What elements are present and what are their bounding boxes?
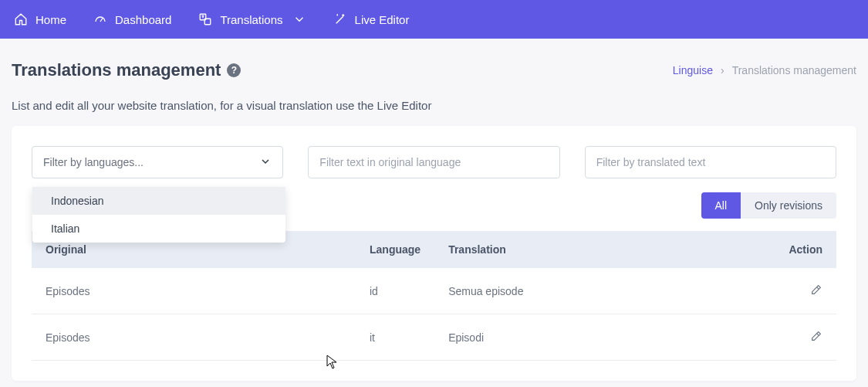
nav-home[interactable]: Home [14,12,66,26]
dropdown-item-indonesian[interactable]: Indonesian [32,187,285,215]
cell-translation: Episodi [434,314,775,361]
filters-card: Filter by languages... Indonesian Italia… [12,126,856,381]
table-row: Episodes it Episodi [32,314,836,361]
home-icon [14,12,28,26]
translate-icon [198,12,212,26]
th-translation: Translation [434,231,775,268]
cell-language: it [356,314,434,361]
toggle-group: All Only revisions [701,192,836,219]
cell-original: Episodes [32,314,356,361]
th-action: Action [775,231,836,268]
magic-wand-icon [333,12,347,26]
help-icon[interactable]: ? [227,63,241,77]
table-row: Episodes id Semua episode [32,268,836,314]
filters-row: Filter by languages... Indonesian Italia… [32,146,836,178]
top-nav: Home Dashboard Translations Live Editor [0,0,868,39]
nav-live-editor[interactable]: Live Editor [333,12,410,26]
page-header: Translations management ? Linguise › Tra… [0,39,868,88]
toggle-all[interactable]: All [701,192,741,219]
breadcrumb: Linguise › Translations management [673,64,856,76]
nav-translations-label: Translations [220,13,282,26]
cell-translation: Semua episode [434,268,775,314]
filter-language-select[interactable]: Filter by languages... Indonesian Italia… [32,146,283,178]
edit-button[interactable] [810,332,822,345]
nav-translations[interactable]: Translations [198,12,306,26]
edit-button[interactable] [810,286,822,298]
th-language: Language [356,231,434,268]
cell-original: Episodes [32,268,356,314]
dashboard-icon [93,12,107,26]
filter-original-input[interactable] [308,146,559,178]
translations-table: Original Language Translation Action Epi… [32,231,836,361]
language-dropdown: Indonesian Italian [32,187,285,243]
cell-language: id [356,268,434,314]
page-title: Translations management ? [12,60,241,80]
page-subtitle: List and edit all your website translati… [0,88,868,126]
breadcrumb-sep: › [721,64,724,76]
page-title-text: Translations management [12,60,221,80]
dropdown-item-italian[interactable]: Italian [32,215,285,243]
toggle-revisions[interactable]: Only revisions [741,192,836,219]
nav-home-label: Home [35,13,66,26]
chevron-down-icon [259,155,272,170]
chevron-down-icon [292,12,306,26]
filter-translated-input[interactable] [585,146,836,178]
nav-dashboard-label: Dashboard [115,13,171,26]
breadcrumb-current: Translations management [732,64,856,76]
nav-live-editor-label: Live Editor [355,13,410,26]
nav-dashboard[interactable]: Dashboard [93,12,171,26]
filter-language-placeholder: Filter by languages... [43,156,144,168]
breadcrumb-root[interactable]: Linguise [673,64,713,76]
